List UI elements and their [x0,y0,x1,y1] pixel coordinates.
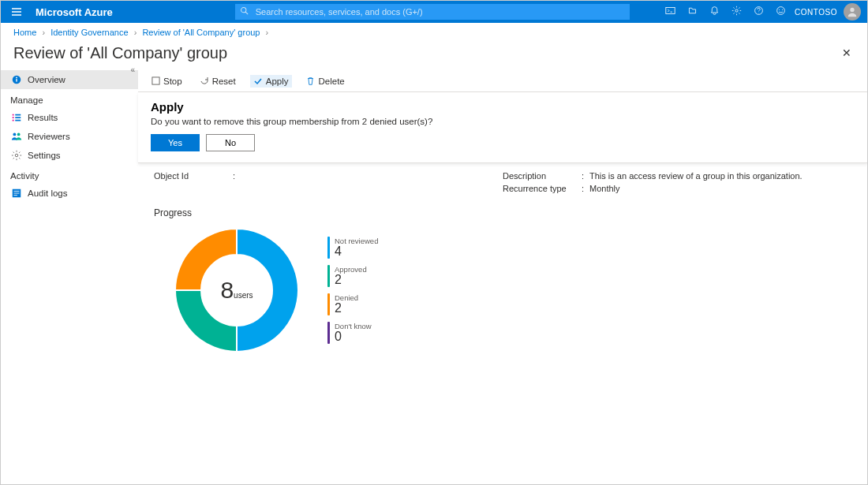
feedback-icon[interactable] [769,6,791,18]
top-icon-bar [659,6,791,18]
audit-icon [10,188,23,199]
notifications-icon[interactable] [703,6,725,18]
breadcrumb: Home › Identity Governance › Review of '… [1,23,867,42]
tenant-label[interactable]: CONTOSO [795,8,837,17]
progress-section: Progress 8users Not reviewed 4 [138,204,867,360]
legend-item-approved: Approved 2 [327,265,378,287]
svg-point-12 [13,132,16,136]
apply-panel-message: Do you want to remove this group members… [151,117,855,126]
svg-point-3 [735,9,737,12]
delete-icon [306,76,316,86]
details-section: Object Id : Description : This is an acc… [138,163,867,204]
chevron-right-icon: › [42,28,45,37]
recurrence-value: Monthly [589,184,620,193]
svg-point-13 [17,132,21,136]
yes-button[interactable]: Yes [151,134,200,151]
sidebar: « Overview Manage Results Reviewers Sett… [1,70,138,485]
sidebar-item-label: Results [28,113,58,122]
stop-icon [151,76,160,86]
svg-rect-2 [665,7,674,13]
progress-donut-chart: 8users [170,223,304,357]
svg-rect-10 [16,79,17,82]
legend-value: 2 [335,274,367,286]
toolbar-label: Stop [163,76,182,86]
collapse-chevron-icon[interactable]: « [130,65,135,74]
legend-value: 2 [335,302,358,315]
reviewers-icon [10,131,23,142]
sidebar-item-settings[interactable]: Settings [1,146,138,165]
legend-value: 4 [335,245,378,258]
directory-icon[interactable] [681,6,703,18]
brand-label: Microsoft Azure [36,6,113,18]
svg-point-5 [776,7,784,15]
breadcrumb-review[interactable]: Review of 'All Company' group [142,28,260,37]
sidebar-item-results[interactable]: Results [1,108,138,127]
svg-point-0 [241,8,245,13]
legend-color-bar [327,265,330,287]
search-icon [240,6,249,17]
apply-panel-title: Apply [151,100,855,114]
svg-line-1 [245,12,248,14]
recurrence-label: Recurrence type [503,184,582,193]
breadcrumb-home[interactable]: Home [13,28,36,37]
svg-point-11 [16,77,17,79]
svg-point-14 [15,154,18,157]
results-icon [10,112,23,123]
cloud-shell-icon[interactable] [659,6,681,18]
toolbar-label: Apply [266,76,289,86]
breadcrumb-identity-governance[interactable]: Identity Governance [51,28,128,37]
object-id-label: Object Id [154,171,233,181]
topbar: Microsoft Azure CONTOSO [1,1,867,23]
legend-color-bar [327,322,330,344]
stop-button[interactable]: Stop [148,75,185,88]
chevron-right-icon: › [134,28,137,37]
legend-value: 0 [335,330,372,343]
donut-total-unit: users [234,291,253,300]
info-icon [10,74,23,85]
toolbar: Stop Reset Apply Delete [138,70,867,92]
sidebar-item-label: Reviewers [28,132,70,141]
toolbar-label: Reset [212,76,236,86]
reset-icon [200,76,209,86]
settings-icon[interactable] [725,6,747,18]
no-button[interactable]: No [206,134,255,151]
avatar[interactable] [844,3,861,21]
close-icon[interactable]: ✕ [839,43,855,62]
legend-color-bar [327,237,330,259]
sidebar-heading-activity: Activity [1,165,138,184]
legend-item-not-reviewed: Not reviewed 4 [327,237,378,259]
donut-total-value: 8 [220,277,234,303]
sidebar-heading-manage: Manage [1,89,138,108]
svg-rect-16 [152,77,159,84]
search-box[interactable] [235,4,630,20]
toolbar-label: Delete [319,76,345,86]
description-value: This is an access review of a group in t… [589,171,803,181]
sidebar-item-label: Audit logs [28,188,68,198]
reset-button[interactable]: Reset [196,75,239,88]
menu-icon[interactable] [1,6,32,17]
svg-point-7 [782,9,783,10]
check-icon [253,76,263,86]
description-label: Description [503,171,582,181]
sidebar-item-overview[interactable]: Overview [1,70,138,89]
search-input[interactable] [235,4,630,20]
help-icon[interactable] [747,6,769,18]
gear-icon [10,150,23,161]
page-title: Review of 'All Company' group [13,44,227,62]
svg-point-6 [779,9,780,10]
sidebar-item-label: Overview [28,75,65,84]
sidebar-item-label: Settings [28,151,61,160]
progress-legend: Not reviewed 4 Approved 2 [327,237,378,344]
main-content: Stop Reset Apply Delete Apply Do you wan… [138,70,867,485]
progress-title: Progress [154,207,851,218]
legend-color-bar [327,293,330,315]
chevron-right-icon: › [266,28,269,37]
apply-confirmation-panel: Apply Do you want to remove this group m… [138,92,867,163]
legend-item-dont-know: Don't know 0 [327,322,378,344]
legend-item-denied: Denied 2 [327,293,378,315]
delete-button[interactable]: Delete [303,75,348,88]
sidebar-item-reviewers[interactable]: Reviewers [1,127,138,146]
svg-point-8 [850,8,854,12]
sidebar-item-audit-logs[interactable]: Audit logs [1,184,138,203]
apply-button[interactable]: Apply [250,75,292,88]
